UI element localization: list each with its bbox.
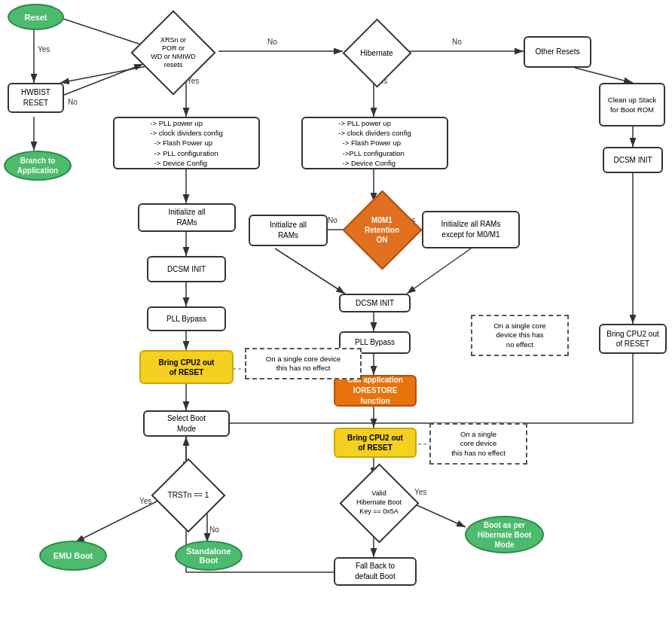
dcsm-init-right-label: DCSM INIT: [613, 155, 652, 166]
label-no-trstn: No: [209, 526, 219, 534]
init-rams-except-label: Initialize all RAMsexcept for M0/M1: [441, 219, 501, 240]
call-iorestore-label: Call applicationIORESTOREfunction: [347, 375, 403, 407]
branch-node: Branch toApplication: [4, 151, 72, 181]
standalone-boot-label: StandaloneBoot: [186, 547, 231, 565]
bring-cpu2-mid-label: Bring CPU2 outof RESET: [347, 433, 403, 453]
pll-config-mid-label: -> PLL power up-> clock dividers config …: [338, 118, 411, 168]
flowchart: Yes No Yes No Yes No No Yes Yes No Yes N…: [0, 0, 672, 643]
label-no-xrsn: No: [68, 98, 78, 106]
init-rams-left-label: Initialize allRAMs: [169, 207, 206, 228]
pll-config-left-label: -> PLL power up-> clock dividers config …: [150, 118, 222, 168]
pll-bypass-left-node: PLL Bypass: [147, 306, 226, 331]
standalone-boot-node: StandaloneBoot: [175, 541, 243, 571]
hwbist-label: HWBIST RESET: [12, 87, 60, 108]
hwbist-node: HWBIST RESET: [8, 83, 64, 113]
other-resets-node: Other Resets: [524, 36, 591, 68]
pll-config-left-node: -> PLL power up-> clock dividers config …: [113, 117, 260, 169]
dcsm-init-mid-label: DCSM INIT: [356, 298, 394, 309]
fall-back-node: Fall Back todefault Boot: [334, 557, 417, 586]
label-no-m0m1: No: [328, 216, 338, 224]
dcsm-init-mid-node: DCSM INIT: [339, 294, 411, 312]
boot-hibernate-label: Boot as perHibernate BootMode: [478, 520, 532, 550]
xrsn-diamond-wrapper: XRSn orPOR orWD or NMIWDresets: [128, 26, 218, 79]
bring-cpu2-right-label: Bring CPU2 outof RESET: [606, 329, 658, 349]
dcsm-init-left-label: DCSM INIT: [167, 264, 206, 275]
pll-config-mid-node: -> PLL power up-> clock dividers config …: [301, 117, 448, 169]
label-yes-hwbist: Yes: [38, 45, 50, 53]
dashed-single-right-label: On a single coredevice this hasno effect: [493, 322, 545, 349]
select-boot-node: Select BootMode: [143, 410, 230, 437]
boot-hibernate-node: Boot as perHibernate BootMode: [465, 516, 544, 553]
trstn-text: TRSTn == 1: [168, 490, 209, 500]
m0m1-diamond-wrapper: M0M1RetentionON: [348, 198, 416, 262]
init-rams-except-node: Initialize all RAMsexcept for M0/M1: [422, 211, 520, 248]
label-no-hibernate-xrsn: No: [267, 38, 277, 46]
emu-boot-node: EMU Boot: [39, 541, 107, 571]
label-yes-trstn: Yes: [139, 497, 151, 505]
valid-hibernate-wrapper: ValidHibernate BootKey == 0x5A: [341, 473, 417, 533]
emu-boot-label: EMU Boot: [53, 551, 93, 560]
reset-node: Reset: [8, 4, 64, 30]
dashed-single-left: On a single core devicethis has no effec…: [245, 348, 362, 379]
xrsn-text: XRSn orPOR orWD or NMIWDresets: [151, 36, 196, 69]
dashed-single-mid: On a singlecore devicethis has no effect: [429, 423, 527, 465]
svg-line-23: [275, 248, 345, 294]
fall-back-label: Fall Back todefault Boot: [355, 561, 395, 582]
hibernate-text: Hibernate: [360, 48, 393, 58]
pll-bypass-mid-label: PLL Bypass: [355, 337, 395, 348]
call-iorestore-node: Call applicationIORESTOREfunction: [334, 375, 417, 407]
select-boot-label: Select BootMode: [167, 413, 206, 434]
valid-hibernate-text: ValidHibernate BootKey == 0x5A: [356, 489, 402, 516]
bring-cpu2-left-label: Bring CPU2 outof RESET: [159, 358, 215, 377]
init-rams-mid-label: Initialize allRAMs: [270, 220, 307, 241]
trstn-diamond-wrapper: TRSTn == 1: [151, 467, 226, 523]
label-no-hibernate: No: [452, 38, 462, 46]
cleanup-stack-label: Clean up Stackfor Boot ROM: [608, 95, 656, 115]
other-resets-label: Other Resets: [536, 47, 580, 57]
svg-line-24: [407, 248, 471, 294]
dcsm-init-left-node: DCSM INIT: [147, 256, 226, 282]
init-rams-mid-node: Initialize allRAMs: [249, 215, 328, 246]
bring-cpu2-mid-node: Bring CPU2 outof RESET: [334, 428, 417, 458]
dashed-single-right: On a single coredevice this hasno effect: [471, 315, 569, 356]
bring-cpu2-left-node: Bring CPU2 outof RESET: [139, 350, 234, 384]
branch-label: Branch toApplication: [17, 156, 58, 175]
m0m1-text: M0M1RetentionON: [365, 215, 399, 245]
dcsm-init-right-node: DCSM INIT: [603, 147, 663, 173]
dashed-single-left-label: On a single core devicethis has no effec…: [266, 355, 341, 373]
hibernate-diamond-wrapper: Hibernate: [343, 30, 411, 75]
svg-line-9: [575, 68, 633, 83]
pll-bypass-left-label: PLL Bypass: [166, 314, 206, 325]
dashed-single-mid-label: On a singlecore devicethis has no effect: [451, 430, 506, 458]
bring-cpu2-right-node: Bring CPU2 outof RESET: [599, 324, 667, 354]
init-rams-left-node: Initialize allRAMs: [138, 203, 236, 232]
cleanup-stack-node: Clean up Stackfor Boot ROM: [599, 83, 665, 126]
reset-label: Reset: [25, 13, 47, 22]
